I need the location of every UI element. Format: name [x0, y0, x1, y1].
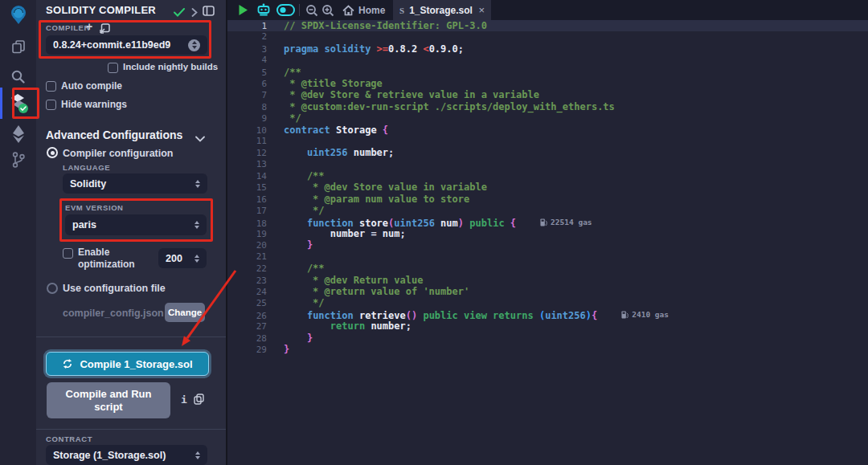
sidebar-item-file-explorer[interactable] [0, 39, 36, 55]
line-number[interactable]: 27 [227, 321, 267, 332]
remix-logo[interactable] [0, 3, 36, 27]
sidebar-item-git[interactable] [0, 151, 36, 169]
line-number[interactable]: 20 [227, 240, 267, 251]
line-number[interactable]: 10 [227, 125, 267, 137]
code-line-13[interactable]: 13 [227, 159, 868, 170]
include-nightly-label: Include nightly builds [123, 62, 218, 71]
add-compiler-button[interactable]: + [86, 20, 92, 33]
code-line-6[interactable]: 6 * @title Storage [227, 78, 868, 89]
evm-version-select[interactable]: paris [65, 214, 207, 235]
line-number[interactable]: 28 [227, 333, 267, 345]
gas-estimate-badge[interactable]: 22514 gas [540, 217, 592, 228]
contract-select[interactable]: Storage (1_Storage.sol) [46, 445, 207, 465]
line-number[interactable]: 24 [227, 287, 267, 298]
line-number[interactable]: 9 [227, 113, 267, 124]
change-config-button[interactable]: Change [165, 303, 205, 322]
copy-script-button[interactable] [194, 394, 204, 408]
line-number[interactable]: 8 [227, 102, 267, 113]
code-line-20[interactable]: 20 } [227, 239, 868, 251]
line-number[interactable]: 1 [227, 21, 267, 32]
code-line-21[interactable]: 21 [227, 251, 868, 263]
code-line-3[interactable]: 3pragma solidity >=0.8.2 <0.9.0; [227, 43, 868, 55]
use-configuration-file-radio[interactable] [47, 283, 58, 294]
close-icon[interactable]: × [478, 4, 485, 16]
code-line-23[interactable]: 23 * @dev Return value [227, 275, 868, 286]
line-number[interactable]: 21 [227, 251, 267, 263]
line-number[interactable]: 19 [227, 229, 267, 240]
compile-button[interactable]: Compile 1_Storage.sol [46, 352, 209, 376]
code-line-5[interactable]: 5/** [227, 67, 868, 78]
include-nightly-checkbox[interactable] [108, 63, 118, 73]
gas-estimate-badge[interactable]: 2410 gas [621, 309, 669, 320]
code-text: * @return value of 'number' [284, 286, 469, 297]
advanced-configurations-header[interactable]: Advanced Configurations [46, 128, 182, 141]
code-line-16[interactable]: 16 * @param num value to store [227, 194, 868, 205]
line-number[interactable]: 23 [227, 275, 267, 287]
panel-collapse-button[interactable] [191, 6, 198, 20]
code-line-9[interactable]: 9 */ [227, 112, 868, 124]
auto-compile-checkbox[interactable] [46, 81, 56, 92]
info-icon: i [181, 394, 187, 406]
zoom-out-icon [305, 4, 318, 17]
pin-panel-button[interactable] [203, 5, 215, 19]
compiler-version-select[interactable]: 0.8.24+commit.e11b9ed9 [46, 35, 207, 55]
line-number[interactable]: 14 [227, 171, 267, 182]
zoom-out-button[interactable] [305, 0, 318, 20]
code-editor[interactable]: 1// SPDX-License-Identifier: GPL-3.023pr… [227, 20, 868, 465]
code-line-28[interactable]: 28 } [227, 332, 868, 344]
line-number[interactable]: 4 [227, 55, 267, 66]
line-number[interactable]: 6 [227, 79, 267, 90]
run-script-info-button[interactable]: i [181, 394, 187, 406]
code-line-29[interactable]: 29} [227, 344, 868, 355]
code-line-15[interactable]: 15 * @dev Store value in variable [227, 182, 868, 193]
line-number[interactable]: 11 [227, 136, 267, 147]
line-number[interactable]: 15 [227, 182, 267, 194]
enable-optimization-checkbox[interactable] [63, 248, 73, 259]
compile-and-run-button[interactable]: Compile and Run script [47, 382, 170, 418]
code-line-26[interactable]: 26 function retrieve() public view retur… [227, 309, 868, 320]
line-number[interactable]: 22 [227, 263, 267, 275]
code-text: * @dev Store & retrieve value in a varia… [284, 89, 539, 100]
sidebar-item-solidity-compiler[interactable] [0, 91, 36, 115]
line-number[interactable]: 17 [227, 206, 267, 217]
code-line-2[interactable]: 2 [227, 31, 868, 43]
tab-1-storage-sol[interactable]: S 1_Storage.sol × [393, 0, 491, 20]
stepper-icon [194, 255, 199, 263]
sidebar-item-deploy-run[interactable] [0, 124, 36, 144]
code-line-4[interactable]: 4 [227, 55, 868, 66]
advanced-collapse-toggle[interactable] [195, 131, 205, 145]
sidebar-item-search[interactable] [0, 69, 36, 84]
code-line-25[interactable]: 25 */ [227, 297, 868, 308]
code-line-24[interactable]: 24 * @return value of 'number' [227, 286, 868, 297]
line-number[interactable]: 16 [227, 194, 267, 206]
code-line-7[interactable]: 7 * @dev Store & retrieve value in a var… [227, 89, 868, 100]
line-number[interactable]: 25 [227, 298, 267, 309]
line-number[interactable]: 29 [227, 345, 267, 356]
run-script-play-button[interactable] [238, 0, 248, 20]
code-line-17[interactable]: 17 */ [227, 205, 868, 216]
code-line-11[interactable]: 11 [227, 136, 868, 147]
line-number[interactable]: 13 [227, 159, 267, 170]
code-line-14[interactable]: 14 /** [227, 170, 868, 182]
code-line-27[interactable]: 27 return number; [227, 320, 868, 332]
line-number[interactable]: 2 [227, 31, 267, 43]
optimization-runs-input[interactable]: 200 [158, 248, 207, 268]
zoom-in-button[interactable] [321, 0, 334, 20]
ai-copilot-toggle[interactable] [276, 0, 295, 20]
line-number[interactable]: 7 [227, 90, 267, 101]
code-line-8[interactable]: 8 * @custom:dev-run-script ./scripts/dep… [227, 101, 868, 112]
ai-assistant-button[interactable] [256, 0, 272, 20]
code-line-1[interactable]: 1// SPDX-License-Identifier: GPL-3.0 [227, 20, 868, 31]
language-select[interactable]: Solidity [63, 173, 207, 194]
tab-home[interactable]: Home [342, 0, 385, 20]
hide-warnings-checkbox[interactable] [46, 100, 56, 110]
line-number[interactable]: 5 [227, 67, 267, 79]
code-line-22[interactable]: 22 /** [227, 263, 868, 274]
compiler-configuration-radio[interactable] [47, 147, 58, 158]
code-line-18[interactable]: 18 function store(uint256 num) public {2… [227, 217, 868, 228]
line-number[interactable]: 3 [227, 44, 267, 55]
code-line-10[interactable]: 10contract Storage { [227, 124, 868, 136]
code-line-12[interactable]: 12 uint256 number; [227, 147, 868, 158]
line-number[interactable]: 12 [227, 148, 267, 159]
code-line-19[interactable]: 19 number = num; [227, 228, 868, 239]
